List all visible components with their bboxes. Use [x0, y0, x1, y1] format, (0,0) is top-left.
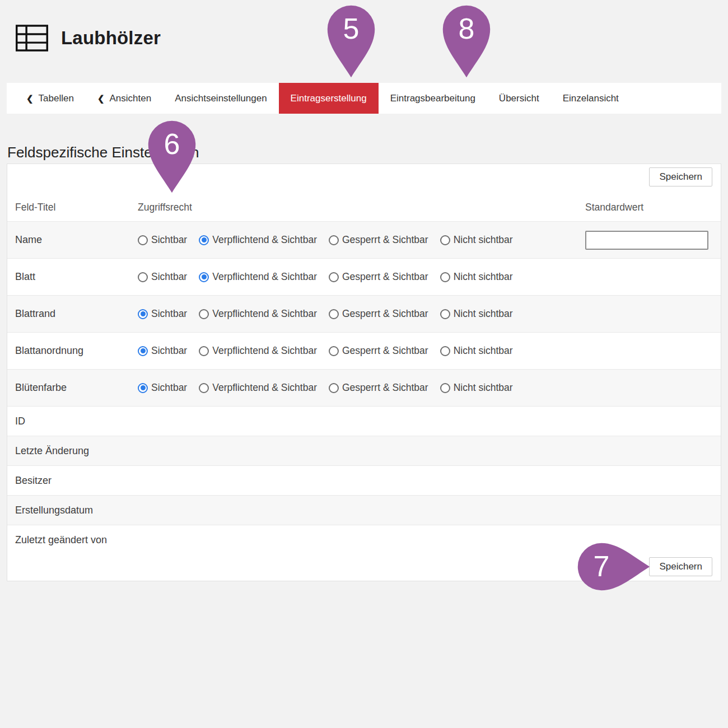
- access-radio-group: Sichtbar Verpflichtend & Sichtbar Gesper…: [138, 382, 585, 394]
- radio-icon[interactable]: [138, 383, 148, 393]
- table-row: Zuletzt geändert von: [7, 525, 721, 554]
- tab-label: Tabellen: [39, 93, 74, 104]
- table-row: Blattanordnung Sichtbar Verpflichtend & …: [7, 332, 721, 369]
- radio-option-gesperrt-sichtbar[interactable]: Gesperrt & Sichtbar: [329, 345, 428, 357]
- radio-option-verpflichtend-sichtbar[interactable]: Verpflichtend & Sichtbar: [199, 271, 317, 283]
- radio-icon[interactable]: [440, 235, 450, 245]
- radio-icon[interactable]: [329, 309, 339, 319]
- row-label: Blattanordnung: [7, 345, 138, 357]
- app-header: Laubhölzer: [16, 25, 161, 52]
- tab-bar: ❮ Tabellen ❮ Ansichten Ansichtseinstellu…: [7, 83, 721, 114]
- table-header-row: Feld-Titel Zugriffsrecht Standardwert: [7, 193, 721, 221]
- tab-ansichten[interactable]: ❮ Ansichten: [86, 83, 163, 114]
- row-label: Erstellungsdatum: [7, 505, 138, 516]
- table-row: ID: [7, 406, 721, 436]
- access-radio-group: Sichtbar Verpflichtend & Sichtbar Gesper…: [138, 234, 585, 246]
- radio-icon[interactable]: [138, 272, 148, 282]
- row-label: Letzte Änderung: [7, 445, 138, 457]
- tab-tabellen[interactable]: ❮ Tabellen: [15, 83, 86, 114]
- pin-number: 8: [442, 14, 491, 43]
- radio-option-nicht-sichtbar[interactable]: Nicht sichtbar: [440, 271, 513, 283]
- radio-option-verpflichtend-sichtbar[interactable]: Verpflichtend & Sichtbar: [199, 382, 317, 394]
- table-row: Name Sichtbar Verpflichtend & Sichtbar G…: [7, 221, 721, 258]
- tab-label: Ansichtseinstellungen: [175, 93, 267, 104]
- radio-option-sichtbar[interactable]: Sichtbar: [138, 345, 187, 357]
- radio-icon[interactable]: [199, 383, 209, 393]
- annotation-pin-5: 5: [326, 4, 376, 78]
- radio-icon[interactable]: [440, 272, 450, 282]
- table-row: Besitzer: [7, 465, 721, 495]
- radio-icon[interactable]: [440, 383, 450, 393]
- section-heading: Feldspezifische Einstellungen: [7, 144, 199, 161]
- radio-icon[interactable]: [138, 346, 148, 356]
- table-row: Blütenfarbe Sichtbar Verpflichtend & Sic…: [7, 369, 721, 406]
- radio-option-gesperrt-sichtbar[interactable]: Gesperrt & Sichtbar: [329, 308, 428, 320]
- tab-label: Einzelansicht: [563, 93, 619, 104]
- default-value-input[interactable]: [585, 231, 708, 250]
- radio-icon[interactable]: [440, 346, 450, 356]
- save-button-top[interactable]: Speichern: [649, 167, 712, 186]
- radio-option-sichtbar[interactable]: Sichtbar: [138, 271, 187, 283]
- access-radio-group: Sichtbar Verpflichtend & Sichtbar Gesper…: [138, 308, 585, 320]
- tab-label: Eintragserstellung: [291, 93, 367, 104]
- radio-icon[interactable]: [329, 346, 339, 356]
- table-icon: [16, 25, 48, 52]
- radio-icon[interactable]: [138, 309, 148, 319]
- radio-icon[interactable]: [329, 235, 339, 245]
- row-label: Besitzer: [7, 475, 138, 487]
- row-label: Blattrand: [7, 308, 138, 320]
- radio-icon[interactable]: [199, 346, 209, 356]
- access-radio-group: Sichtbar Verpflichtend & Sichtbar Gesper…: [138, 345, 585, 357]
- radio-option-nicht-sichtbar[interactable]: Nicht sichtbar: [440, 308, 513, 320]
- radio-option-gesperrt-sichtbar[interactable]: Gesperrt & Sichtbar: [329, 234, 428, 246]
- save-button-bottom[interactable]: Speichern: [649, 557, 712, 576]
- table-row: Letzte Änderung: [7, 436, 721, 465]
- access-radio-group: Sichtbar Verpflichtend & Sichtbar Gesper…: [138, 271, 585, 283]
- radio-icon[interactable]: [199, 235, 209, 245]
- radio-icon[interactable]: [329, 383, 339, 393]
- radio-option-nicht-sichtbar[interactable]: Nicht sichtbar: [440, 234, 513, 246]
- radio-icon[interactable]: [329, 272, 339, 282]
- page-title: Laubhölzer: [61, 27, 161, 49]
- tab-eintragserstellung[interactable]: Eintragserstellung: [279, 83, 379, 114]
- radio-option-sichtbar[interactable]: Sichtbar: [138, 382, 187, 394]
- back-chevron-icon: ❮: [26, 94, 34, 104]
- radio-option-gesperrt-sichtbar[interactable]: Gesperrt & Sichtbar: [329, 271, 428, 283]
- radio-option-verpflichtend-sichtbar[interactable]: Verpflichtend & Sichtbar: [199, 234, 317, 246]
- table-row: Erstellungsdatum: [7, 495, 721, 525]
- radio-icon[interactable]: [199, 309, 209, 319]
- radio-option-nicht-sichtbar[interactable]: Nicht sichtbar: [440, 345, 513, 357]
- radio-option-gesperrt-sichtbar[interactable]: Gesperrt & Sichtbar: [329, 382, 428, 394]
- radio-icon[interactable]: [440, 309, 450, 319]
- radio-option-verpflichtend-sichtbar[interactable]: Verpflichtend & Sichtbar: [199, 345, 317, 357]
- radio-icon[interactable]: [138, 235, 148, 245]
- radio-option-nicht-sichtbar[interactable]: Nicht sichtbar: [440, 382, 513, 394]
- tab-label: Eintragsbearbeitung: [390, 93, 475, 104]
- tab-uebersicht[interactable]: Übersicht: [487, 83, 551, 114]
- tab-label: Übersicht: [499, 93, 539, 104]
- tab-label: Ansichten: [109, 93, 151, 104]
- radio-option-verpflichtend-sichtbar[interactable]: Verpflichtend & Sichtbar: [199, 308, 317, 320]
- radio-icon[interactable]: [199, 272, 209, 282]
- row-label: ID: [7, 416, 138, 427]
- row-label: Name: [7, 234, 138, 246]
- tab-ansichtseinstellungen[interactable]: Ansichtseinstellungen: [163, 83, 278, 114]
- row-label: Blatt: [7, 271, 138, 283]
- radio-option-sichtbar[interactable]: Sichtbar: [138, 308, 187, 320]
- pin-number: 5: [326, 14, 376, 43]
- table-row: Blatt Sichtbar Verpflichtend & Sichtbar …: [7, 258, 721, 295]
- column-header-standardwert: Standardwert: [585, 202, 721, 213]
- radio-option-sichtbar[interactable]: Sichtbar: [138, 234, 187, 246]
- tab-einzelansicht[interactable]: Einzelansicht: [551, 83, 631, 114]
- field-settings-panel: Speichern Feld-Titel Zugriffsrecht Stand…: [7, 164, 721, 581]
- row-label: Zuletzt geändert von: [7, 534, 138, 546]
- back-chevron-icon: ❮: [97, 94, 105, 104]
- tab-eintragsbearbeitung[interactable]: Eintragsbearbeitung: [379, 83, 487, 114]
- annotation-pin-8: 8: [442, 4, 491, 78]
- row-label: Blütenfarbe: [7, 382, 138, 394]
- column-header-feld-titel: Feld-Titel: [7, 202, 138, 213]
- column-header-zugriffsrecht: Zugriffsrecht: [138, 202, 585, 213]
- table-row: Blattrand Sichtbar Verpflichtend & Sicht…: [7, 295, 721, 332]
